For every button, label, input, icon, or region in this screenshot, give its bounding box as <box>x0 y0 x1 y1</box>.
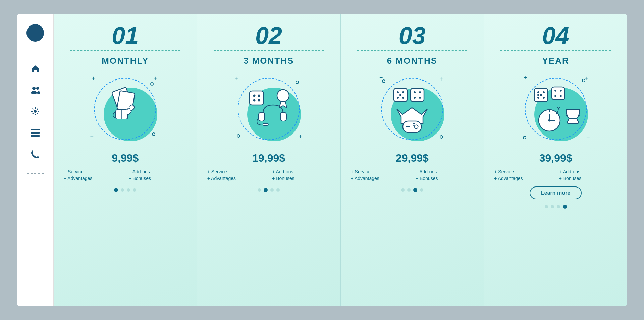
phone-icon[interactable] <box>29 148 41 160</box>
card-3-features: + Service + Add-ons + Advantages + Bonus… <box>347 169 477 181</box>
svg-point-25 <box>399 94 401 96</box>
dot <box>276 188 280 192</box>
card-2-dots <box>258 188 280 192</box>
feature-service: + Service <box>494 169 552 174</box>
svg-point-32 <box>419 97 421 99</box>
dot <box>121 188 124 192</box>
dot <box>258 188 261 192</box>
feature-addons: + Add-ons <box>272 169 330 174</box>
card-1-price: 9,99$ <box>112 152 139 164</box>
svg-point-27 <box>402 97 404 99</box>
sidebar-divider-bottom <box>27 173 44 174</box>
card-2-illustration: + + <box>232 72 306 146</box>
deco-plus: + <box>234 75 238 82</box>
feature-service: + Service <box>64 169 122 174</box>
users-icon[interactable] <box>29 84 41 96</box>
card-1-divider <box>70 50 180 51</box>
deco-plus: + <box>524 75 528 81</box>
card-1-dots <box>114 188 136 192</box>
svg-rect-45 <box>552 87 565 100</box>
feature-addons: + Add-ons <box>128 169 186 174</box>
card-4-features: + Service + Add-ons + Advantages + Bonus… <box>491 169 621 181</box>
settings-icon[interactable] <box>29 105 41 117</box>
svg-rect-21 <box>263 123 268 125</box>
deco-circle <box>440 135 443 139</box>
svg-rect-5 <box>31 129 40 130</box>
feature-addons: + Add-ons <box>416 169 474 174</box>
card-1-features: + Service + Add-ons + Advantages + Bonus… <box>60 169 190 181</box>
card-2-title: 3 MONTHS <box>244 56 294 66</box>
card-1-illustration: + + + <box>88 72 162 146</box>
dot <box>127 188 130 192</box>
svg-point-46 <box>554 90 556 92</box>
deco-plus: + <box>585 75 589 82</box>
card-3-price: 29,99$ <box>396 152 429 164</box>
feature-bonuses: + Bonuses <box>416 176 474 181</box>
card-3-dots <box>401 188 423 192</box>
dot-active <box>413 188 417 192</box>
svg-point-40 <box>543 91 545 93</box>
feature-addons: + Add-ons <box>559 169 617 174</box>
feature-advantages: + Advantages <box>64 176 122 181</box>
svg-point-17 <box>277 90 289 102</box>
deco-circle <box>582 79 585 82</box>
deco-circle <box>523 136 526 139</box>
card-2-features: + Service + Add-ons + Advantages + Bonus… <box>204 169 334 181</box>
svg-point-41 <box>537 97 539 99</box>
svg-point-23 <box>397 91 399 93</box>
deco-circle <box>382 79 385 83</box>
deco-circle <box>152 132 155 136</box>
svg-point-49 <box>560 95 562 97</box>
svg-rect-20 <box>280 112 286 121</box>
svg-point-3 <box>37 91 40 94</box>
feature-bonuses: + Bonuses <box>272 176 330 181</box>
svg-rect-6 <box>31 132 40 134</box>
svg-point-1 <box>31 91 37 94</box>
dot <box>270 188 274 192</box>
dot <box>545 205 548 208</box>
card-1-number: 01 <box>112 23 139 48</box>
feature-bonuses: + Bonuses <box>559 176 617 181</box>
card-monthly: 01 MONTHLY + + + <box>54 14 197 306</box>
svg-rect-19 <box>259 112 265 121</box>
deco-plus: + <box>299 134 303 140</box>
card-year: 04 YEAR + + + <box>484 14 627 306</box>
svg-point-29 <box>414 91 416 93</box>
svg-point-16 <box>258 99 260 101</box>
card-3-title: 6 MONTHS <box>387 56 437 66</box>
svg-point-42 <box>543 97 545 99</box>
sidebar-logo <box>26 24 44 42</box>
deco-plus: + <box>90 133 94 139</box>
feature-bonuses: + Bonuses <box>128 176 186 181</box>
main-container: 01 MONTHLY + + + <box>17 14 627 306</box>
card-3-divider <box>357 50 468 51</box>
card-3-number: 03 <box>399 23 426 48</box>
feature-advantages: + Advantages <box>207 176 265 181</box>
list-icon[interactable] <box>29 127 41 139</box>
svg-point-2 <box>36 87 39 90</box>
feature-advantages: + Advantages <box>351 176 409 181</box>
card-4-dots <box>545 205 567 209</box>
card-4-title: YEAR <box>542 56 569 66</box>
dot-active <box>563 205 567 209</box>
svg-point-30 <box>419 91 421 93</box>
card-2-divider <box>214 50 324 51</box>
svg-point-43 <box>540 94 542 96</box>
deco-plus: + <box>439 76 443 82</box>
svg-rect-7 <box>31 135 40 137</box>
svg-point-47 <box>560 90 562 92</box>
deco-circle <box>296 81 299 84</box>
svg-point-4 <box>34 110 37 113</box>
svg-point-31 <box>414 97 416 99</box>
card-4-number: 04 <box>542 23 569 48</box>
home-icon[interactable] <box>29 62 41 74</box>
card-1-title: MONTHLY <box>102 56 149 66</box>
learn-more-button[interactable]: Learn more <box>530 186 582 199</box>
deco-circle <box>150 82 154 86</box>
card-6months: 03 6 MONTHS + + <box>340 14 484 306</box>
deco-plus: + <box>92 75 95 82</box>
dot <box>133 188 136 192</box>
feature-service: + Service <box>351 169 409 174</box>
svg-rect-12 <box>250 91 264 105</box>
svg-point-26 <box>397 97 399 99</box>
